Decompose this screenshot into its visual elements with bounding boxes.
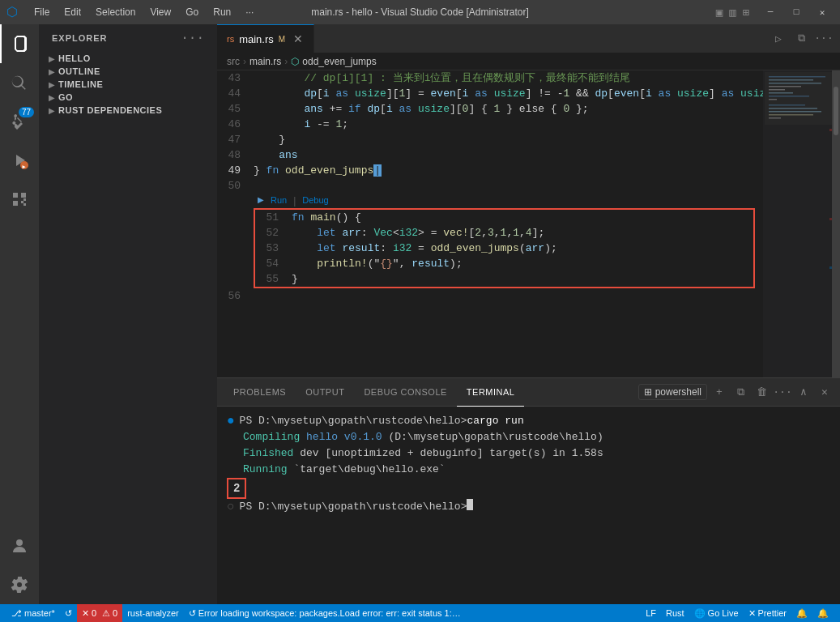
- terminal-compiling: Compiling hello v0.1.0 (D:\mysetup\gopat…: [243, 429, 603, 445]
- title-bar: ⬡ File Edit Selection View Go Run ··· ma…: [0, 0, 840, 24]
- split-terminal-button[interactable]: ⧉: [731, 383, 749, 401]
- terminal-content[interactable]: ● PS D:\mysetup\gopath\rustcode\hello> c…: [217, 407, 840, 604]
- play-hint-icon: ▶: [258, 195, 264, 207]
- terminal-line-output: 2: [227, 478, 830, 499]
- menu-view[interactable]: View: [143, 5, 177, 19]
- scrollbar[interactable]: [832, 70, 840, 377]
- breadcrumb: src › main.rs › ⬡ odd_even_jumps: [217, 53, 840, 70]
- run-button[interactable]: ▷: [769, 29, 788, 49]
- line-number-46: 46: [217, 117, 254, 132]
- svg-rect-17: [765, 72, 832, 125]
- activity-search[interactable]: [0, 63, 39, 102]
- status-extra-icon[interactable]: 🔔: [791, 604, 812, 622]
- warning-icon: ⚠: [102, 608, 110, 619]
- trash-button[interactable]: 🗑: [753, 383, 770, 401]
- menu-run[interactable]: Run: [207, 5, 237, 19]
- run-link[interactable]: Run: [271, 195, 287, 207]
- sidebar-item-outline[interactable]: ▶ OUTLINE: [39, 65, 217, 78]
- svg-rect-18: [829, 129, 832, 131]
- status-language[interactable]: Rust: [661, 604, 689, 622]
- status-golive[interactable]: 🌐 Go Live: [689, 604, 744, 622]
- code-line-48: 48 ans: [217, 147, 763, 163]
- code-line-46: 46 i -= 1;: [217, 117, 763, 132]
- panel-tab-terminal[interactable]: TERMINAL: [457, 378, 525, 407]
- code-line-51: 51 fn main() {: [255, 210, 753, 225]
- branch-icon: ⎇: [11, 608, 22, 619]
- activity-bar: 77 ▶: [0, 24, 39, 604]
- maximize-button[interactable]: □: [785, 4, 808, 20]
- panel-tab-output[interactable]: OUTPUT: [296, 378, 354, 407]
- status-errors[interactable]: ✕ 0 ⚠ 0: [77, 604, 122, 622]
- error-sync-icon: ↺: [189, 608, 196, 619]
- panel-more-button[interactable]: ···: [774, 383, 791, 401]
- code-editor[interactable]: 43 // dp[i][1] : 当来到i位置，且在偶数规则下，最终能不能到结尾…: [217, 70, 840, 377]
- status-notification[interactable]: 🔔: [812, 604, 834, 622]
- add-terminal-button[interactable]: +: [710, 383, 728, 401]
- close-button[interactable]: ✕: [811, 4, 834, 20]
- split-icon[interactable]: ▥: [729, 6, 736, 19]
- sidebar-item-timeline[interactable]: ▶ TIMELINE: [39, 78, 217, 91]
- sidebar-more-button[interactable]: ···: [181, 31, 204, 45]
- vscode-logo-icon: ⬡: [6, 4, 18, 20]
- status-sync[interactable]: ↺: [60, 604, 77, 622]
- status-branch[interactable]: ⎇ master*: [6, 604, 60, 622]
- activity-explorer[interactable]: [0, 24, 39, 63]
- menu-file[interactable]: File: [28, 5, 56, 19]
- activity-settings[interactable]: [0, 565, 39, 604]
- terminal-line-1: ● PS D:\mysetup\gopath\rustcode\hello> c…: [227, 413, 830, 429]
- collapse-arrow-icon: ▶: [49, 67, 55, 76]
- menu-go[interactable]: Go: [179, 5, 205, 19]
- code-text-45: ans += if dp[i as usize][0] { 1 } else {…: [254, 101, 763, 117]
- terminal-line-prompt2: ○ PS D:\mysetup\gopath\rustcode\hello>: [227, 499, 830, 515]
- grid-icon[interactable]: ⊞: [743, 6, 749, 19]
- panel-tab-problems[interactable]: PROBLEMS: [224, 378, 296, 407]
- sidebar-item-hello[interactable]: ▶ HELLO: [39, 52, 217, 65]
- line-number-50: 50: [217, 178, 254, 194]
- activity-extensions[interactable]: [0, 180, 39, 219]
- code-line-45: 45 ans += if dp[i as usize][0] { 1 } els…: [217, 101, 763, 117]
- line-number-48: 48: [217, 147, 254, 163]
- collapse-arrow-icon: ▶: [49, 93, 55, 102]
- status-lf[interactable]: LF: [641, 604, 661, 622]
- breadcrumb-file[interactable]: main.rs: [249, 56, 281, 67]
- scrollbar-thumb[interactable]: [834, 87, 838, 135]
- code-line-47: 47 }: [217, 132, 763, 147]
- tab-close-button[interactable]: ✕: [293, 32, 303, 45]
- breadcrumb-function[interactable]: odd_even_jumps: [302, 56, 376, 67]
- terminal-running: Running `target\debug\hello.exe`: [243, 462, 446, 478]
- sidebar-item-rust-deps[interactable]: ▶ RUST DEPENDENCIES: [39, 104, 217, 117]
- code-line-43: 43 // dp[i][1] : 当来到i位置，且在偶数规则下，最终能不能到结尾: [217, 70, 763, 86]
- tab-main-rs[interactable]: rs main.rs M ✕: [217, 24, 314, 53]
- panel-close-button[interactable]: ✕: [816, 383, 834, 401]
- breadcrumb-sep-1: ›: [243, 56, 246, 67]
- minimize-button[interactable]: ─: [759, 4, 782, 20]
- line-number-54: 54: [255, 256, 292, 271]
- main-container: 77 ▶ EXPLORER ··· ▶ HELLO ▶ OUTLINE: [0, 24, 840, 604]
- code-line-53: 53 let result: i32 = odd_even_jumps(arr)…: [255, 241, 753, 256]
- layout-icon[interactable]: ▣: [716, 6, 723, 19]
- menu-edit[interactable]: Edit: [58, 5, 87, 19]
- shell-label: powershell: [655, 386, 701, 398]
- activity-accounts[interactable]: [0, 526, 39, 565]
- breadcrumb-src[interactable]: src: [227, 56, 240, 67]
- line-number-44: 44: [217, 86, 254, 101]
- panel-tab-debug-console[interactable]: DEBUG CONSOLE: [354, 378, 456, 407]
- breadcrumb-sep-2: ›: [284, 56, 288, 67]
- rust-analyzer-label: rust-analyzer: [127, 608, 179, 618]
- editor-more-button[interactable]: ···: [814, 29, 834, 49]
- status-error-message[interactable]: ↺ Error loading workspace: packages.Load…: [184, 604, 467, 622]
- activity-run[interactable]: ▶: [0, 141, 39, 180]
- status-rust-analyzer[interactable]: rust-analyzer: [122, 604, 184, 622]
- sidebar-item-go[interactable]: ▶ GO: [39, 91, 217, 104]
- activity-source-control[interactable]: 77: [0, 102, 39, 141]
- minimap-content: [763, 70, 832, 377]
- shell-selector[interactable]: ⊞ powershell: [638, 384, 707, 400]
- debug-link[interactable]: Debug: [302, 195, 328, 207]
- breadcrumb-item-icon: ⬡: [291, 56, 299, 67]
- terminal-finished: Finished dev [unoptimized + debuginfo] t…: [243, 445, 603, 462]
- menu-more[interactable]: ···: [239, 5, 260, 19]
- split-editor-button[interactable]: ⧉: [791, 29, 811, 49]
- status-prettier[interactable]: ✕ Prettier: [744, 604, 791, 622]
- menu-selection[interactable]: Selection: [89, 5, 142, 19]
- panel-up-button[interactable]: ∧: [795, 383, 812, 401]
